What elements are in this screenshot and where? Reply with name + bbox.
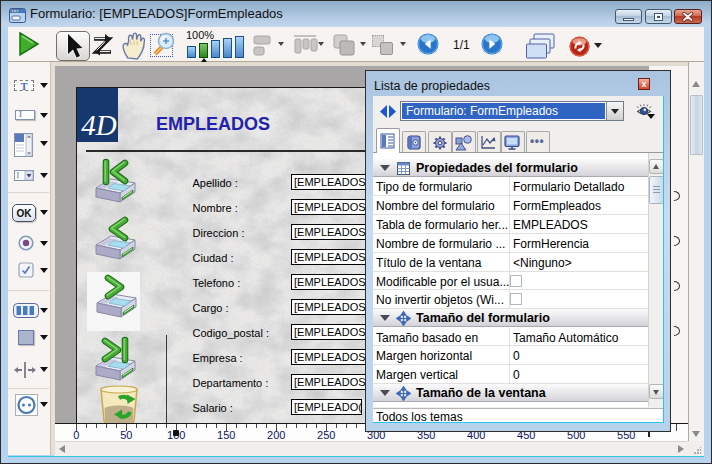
svg-text:I: I — [17, 171, 20, 180]
